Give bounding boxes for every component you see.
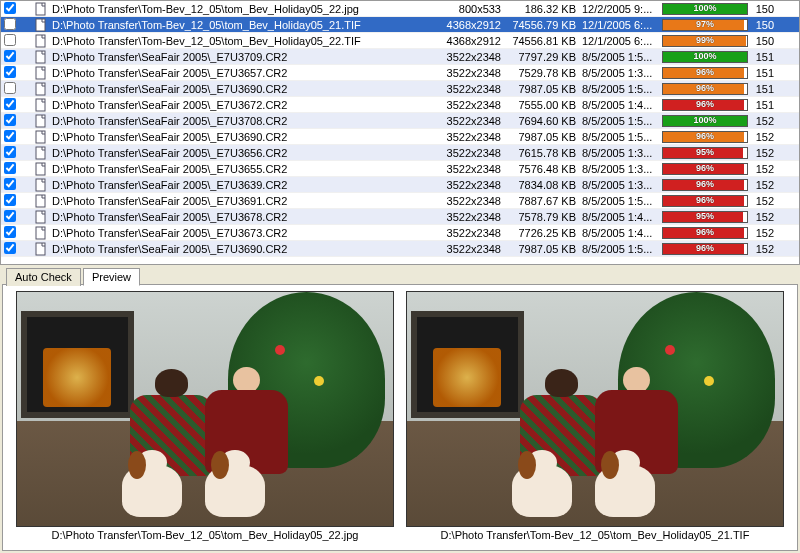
file-name: D:\Photo Transfer\SeaFair 2005\_E7U3639.… <box>50 179 430 191</box>
table-row[interactable]: D:\Photo Transfer\SeaFair 2005\_E7U3678.… <box>1 209 799 225</box>
row-checkbox[interactable] <box>4 2 16 14</box>
similarity-pct: 96% <box>663 83 747 93</box>
file-icon <box>34 130 50 144</box>
row-checkbox[interactable] <box>4 162 16 174</box>
group-id: 152 <box>750 163 780 175</box>
group-id: 150 <box>750 35 780 47</box>
file-name: D:\Photo Transfer\Tom-Bev_12_05\tom_Bev_… <box>50 35 430 47</box>
similarity-pct: 96% <box>663 179 747 189</box>
row-checkbox-cell <box>1 2 19 16</box>
row-checkbox-cell <box>1 178 19 192</box>
file-date: 8/5/2005 1:5... <box>580 115 660 127</box>
row-checkbox-cell <box>1 66 19 80</box>
file-icon <box>34 178 50 192</box>
similarity-bar: 96% <box>660 67 750 79</box>
preview-image-left[interactable] <box>16 291 394 527</box>
row-checkbox-cell <box>1 130 19 144</box>
row-checkbox[interactable] <box>4 98 16 110</box>
row-checkbox[interactable] <box>4 178 16 190</box>
row-checkbox[interactable] <box>4 66 16 78</box>
file-date: 8/5/2005 1:5... <box>580 195 660 207</box>
file-icon <box>34 98 50 112</box>
table-row[interactable]: D:\Photo Transfer\SeaFair 2005\_E7U3672.… <box>1 97 799 113</box>
svg-rect-6 <box>36 99 45 111</box>
table-row[interactable]: D:\Photo Transfer\SeaFair 2005\_E7U3657.… <box>1 65 799 81</box>
table-row[interactable]: D:\Photo Transfer\Tom-Bev_12_05\tom_Bev_… <box>1 33 799 49</box>
table-row[interactable]: D:\Photo Transfer\SeaFair 2005\_E7U3690.… <box>1 241 799 257</box>
file-icon <box>34 82 50 96</box>
svg-rect-3 <box>36 51 45 63</box>
row-checkbox[interactable] <box>4 50 16 62</box>
row-checkbox[interactable] <box>4 82 16 94</box>
table-row[interactable]: D:\Photo Transfer\SeaFair 2005\_E7U3709.… <box>1 49 799 65</box>
svg-rect-0 <box>36 3 45 15</box>
group-id: 151 <box>750 67 780 79</box>
group-id: 152 <box>750 131 780 143</box>
svg-rect-5 <box>36 83 45 95</box>
group-id: 152 <box>750 115 780 127</box>
row-checkbox[interactable] <box>4 130 16 142</box>
file-size: 186.32 KB <box>505 3 580 15</box>
table-row[interactable]: D:\Photo Transfer\SeaFair 2005\_E7U3655.… <box>1 161 799 177</box>
table-row[interactable]: D:\Photo Transfer\Tom-Bev_12_05\tom_Bev_… <box>1 1 799 17</box>
group-id: 150 <box>750 19 780 31</box>
similarity-bar: 96% <box>660 227 750 239</box>
file-date: 8/5/2005 1:3... <box>580 147 660 159</box>
preview-left: D:\Photo Transfer\Tom-Bev_12_05\tom_Bev_… <box>16 291 394 544</box>
row-checkbox-cell <box>1 98 19 112</box>
svg-rect-4 <box>36 67 45 79</box>
file-name: D:\Photo Transfer\SeaFair 2005\_E7U3678.… <box>50 211 430 223</box>
group-id: 152 <box>750 211 780 223</box>
file-name: D:\Photo Transfer\SeaFair 2005\_E7U3690.… <box>50 243 430 255</box>
row-checkbox[interactable] <box>4 242 16 254</box>
table-row[interactable]: D:\Photo Transfer\SeaFair 2005\_E7U3690.… <box>1 81 799 97</box>
table-row[interactable]: D:\Photo Transfer\Tom-Bev_12_05\tom_Bev_… <box>1 17 799 33</box>
file-rows-scroll[interactable]: D:\Photo Transfer\Tom-Bev_12_05\tom_Bev_… <box>1 1 799 264</box>
tab-preview[interactable]: Preview <box>83 268 140 286</box>
row-checkbox[interactable] <box>4 114 16 126</box>
similarity-pct: 96% <box>663 243 747 253</box>
similarity-bar: 100% <box>660 115 750 127</box>
file-name: D:\Photo Transfer\SeaFair 2005\_E7U3708.… <box>50 115 430 127</box>
file-date: 8/5/2005 1:5... <box>580 131 660 143</box>
table-row[interactable]: D:\Photo Transfer\SeaFair 2005\_E7U3708.… <box>1 113 799 129</box>
file-size: 7987.05 KB <box>505 131 580 143</box>
tab-auto-check[interactable]: Auto Check <box>6 268 81 286</box>
row-checkbox[interactable] <box>4 210 16 222</box>
file-icon <box>34 50 50 64</box>
row-checkbox[interactable] <box>4 18 16 30</box>
file-date: 8/5/2005 1:5... <box>580 51 660 63</box>
preview-panel: D:\Photo Transfer\Tom-Bev_12_05\tom_Bev_… <box>2 284 798 551</box>
file-dimensions: 3522x2348 <box>430 243 505 255</box>
row-checkbox[interactable] <box>4 34 16 46</box>
similarity-bar: 96% <box>660 99 750 111</box>
svg-rect-1 <box>36 19 45 31</box>
row-checkbox[interactable] <box>4 226 16 238</box>
preview-caption-left: D:\Photo Transfer\Tom-Bev_12_05\tom_Bev_… <box>52 527 359 541</box>
file-dimensions: 3522x2348 <box>430 211 505 223</box>
file-size: 7987.05 KB <box>505 243 580 255</box>
preview-image-right[interactable] <box>406 291 784 527</box>
table-row[interactable]: D:\Photo Transfer\SeaFair 2005\_E7U3691.… <box>1 193 799 209</box>
row-checkbox[interactable] <box>4 146 16 158</box>
file-dimensions: 3522x2348 <box>430 67 505 79</box>
file-date: 12/1/2005 6:... <box>580 19 660 31</box>
table-row[interactable]: D:\Photo Transfer\SeaFair 2005\_E7U3639.… <box>1 177 799 193</box>
row-checkbox[interactable] <box>4 194 16 206</box>
table-row[interactable]: D:\Photo Transfer\SeaFair 2005\_E7U3690.… <box>1 129 799 145</box>
file-name: D:\Photo Transfer\SeaFair 2005\_E7U3690.… <box>50 83 430 95</box>
file-date: 8/5/2005 1:3... <box>580 163 660 175</box>
similarity-bar: 96% <box>660 83 750 95</box>
file-date: 8/5/2005 1:4... <box>580 211 660 223</box>
file-dimensions: 3522x2348 <box>430 179 505 191</box>
file-size: 7694.60 KB <box>505 115 580 127</box>
svg-rect-10 <box>36 163 45 175</box>
row-checkbox-cell <box>1 50 19 64</box>
similarity-bar: 96% <box>660 179 750 191</box>
table-row[interactable]: D:\Photo Transfer\SeaFair 2005\_E7U3673.… <box>1 225 799 241</box>
similarity-bar: 96% <box>660 163 750 175</box>
table-row[interactable]: D:\Photo Transfer\SeaFair 2005\_E7U3656.… <box>1 145 799 161</box>
file-size: 7797.29 KB <box>505 51 580 63</box>
file-size: 74556.81 KB <box>505 35 580 47</box>
file-icon <box>34 242 50 256</box>
